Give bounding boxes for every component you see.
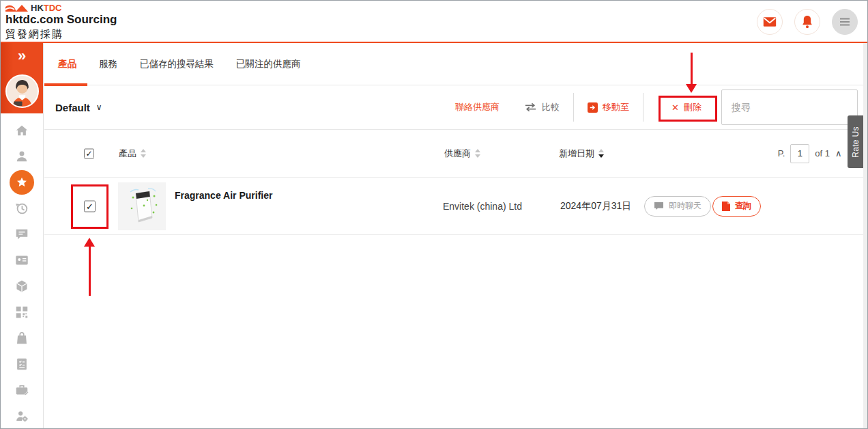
divider [573,93,574,122]
date-added: 2024年07月31日 [560,200,631,212]
user-avatar[interactable] [5,74,39,108]
pagination: P. of 1 ∧ ∨ [778,144,854,163]
product-name-link[interactable]: Fragrance Air Purifier [175,190,272,201]
tab-products[interactable]: 產品 [58,58,76,70]
toolbar: Default ∨ 聯絡供應商 比較 移動至 [44,85,867,129]
tab-services[interactable]: 服務 [99,58,117,70]
hktdc-logo[interactable]: HKTDC hktdc.com Sourcing 貿發網採購 [5,3,117,41]
instant-chat-button[interactable]: 即時聊天 [644,196,711,217]
products-box-icon[interactable] [14,278,30,294]
row-checkbox[interactable]: ✓ [84,200,96,212]
column-header-supplier[interactable]: 供應商 [444,148,480,160]
scrollbar-track[interactable] [863,43,867,428]
hktdc-swoosh-icon [5,3,29,12]
chevron-down-icon: ∨ [96,102,102,112]
contact-supplier-label: 聯絡供應商 [455,101,500,113]
list-selector-dropdown[interactable]: Default ∨ [55,102,102,113]
shopping-bag-icon[interactable] [14,330,30,346]
list-selector-label: Default [55,102,90,113]
site-subtitle: 貿發網採購 [5,28,117,41]
column-label: 產品 [119,148,136,160]
table-header-row: ✓ 產品 供應商 新增日期 P. of 1 ∧ ∨ [44,129,867,177]
sidebar: » [1,43,44,428]
page-total-label: of 1 [815,148,830,158]
column-label: 新增日期 [559,148,594,160]
select-all-checkbox[interactable]: ✓ [84,148,94,158]
tab-saved-searches[interactable]: 已儲存的搜尋結果 [140,58,214,70]
check-icon: ✓ [85,150,92,158]
bell-icon[interactable] [794,9,820,35]
check-icon: ✓ [86,202,93,210]
profile-icon[interactable] [14,148,30,165]
page-prefix-label: P. [778,148,785,158]
mail-icon[interactable] [757,9,783,35]
move-to-icon [588,102,598,113]
supplier-name[interactable]: Envitek (china) Ltd [443,201,522,212]
home-icon[interactable] [14,122,30,139]
history-icon[interactable] [14,200,30,217]
product-image[interactable] [118,182,166,230]
inquire-label: 查詢 [735,200,751,212]
order-list-icon[interactable] [14,356,30,372]
rate-us-label: Rate Us [851,126,860,157]
chat-label: 即時聊天 [669,200,701,212]
page-up-icon[interactable]: ∧ [835,148,842,158]
hktdc-sourcing-window: HKTDC hktdc.com Sourcing 貿發網採購 » [0,0,868,429]
messages-icon[interactable] [14,226,30,243]
inquire-button[interactable]: 查詢 [712,196,761,217]
inquiry-doc-icon [722,202,730,211]
tab-followed-suppliers[interactable]: 已關注的供應商 [236,58,301,70]
column-label: 供應商 [444,148,471,160]
sidebar-top: » [1,43,43,113]
search-input[interactable] [732,102,855,113]
site-title: hktdc.com Sourcing [5,13,117,27]
brand-text: HKTDC [31,3,62,12]
delete-label: 刪除 [684,101,701,113]
compare-icon [524,102,537,112]
compare-button[interactable]: 比較 [524,101,560,113]
active-tab-underline [44,83,87,86]
business-briefcase-icon[interactable] [14,382,30,398]
main-content: 產品 服務 已儲存的搜尋結果 已關注的供應商 Default ∨ 聯絡供應商 比… [44,43,867,428]
sort-icons [475,149,480,158]
card-icon[interactable] [14,252,30,268]
close-icon: ✕ [671,102,679,113]
table-row: ✓ Fragrance Air Purifier Envitek (china)… [44,177,867,235]
page-number-input[interactable] [790,144,809,163]
column-header-product[interactable]: 產品 [119,148,146,160]
delete-button[interactable]: ✕ 刪除 [671,101,701,113]
account-settings-icon[interactable] [14,408,30,424]
column-header-date-added[interactable]: 新增日期 [559,148,604,160]
search-box [721,89,858,125]
favorites-star-icon[interactable] [10,170,34,195]
contact-supplier-button[interactable]: 聯絡供應商 [455,101,500,113]
header: HKTDC hktdc.com Sourcing 貿發網採購 [1,1,867,43]
tab-bar: 產品 服務 已儲存的搜尋結果 已關注的供應商 [44,43,867,85]
expand-icon[interactable]: » [1,43,43,65]
sort-icons [141,149,146,158]
chat-bubble-icon [654,202,664,210]
move-to-button[interactable]: 移動至 [588,101,629,113]
rate-us-tab[interactable]: Rate Us [848,115,863,168]
sort-icons [598,149,604,158]
divider [643,93,643,122]
qr-scan-icon[interactable] [14,304,30,320]
compare-label: 比較 [542,101,560,113]
hamburger-menu-icon[interactable] [832,9,858,35]
move-to-label: 移動至 [603,101,629,113]
